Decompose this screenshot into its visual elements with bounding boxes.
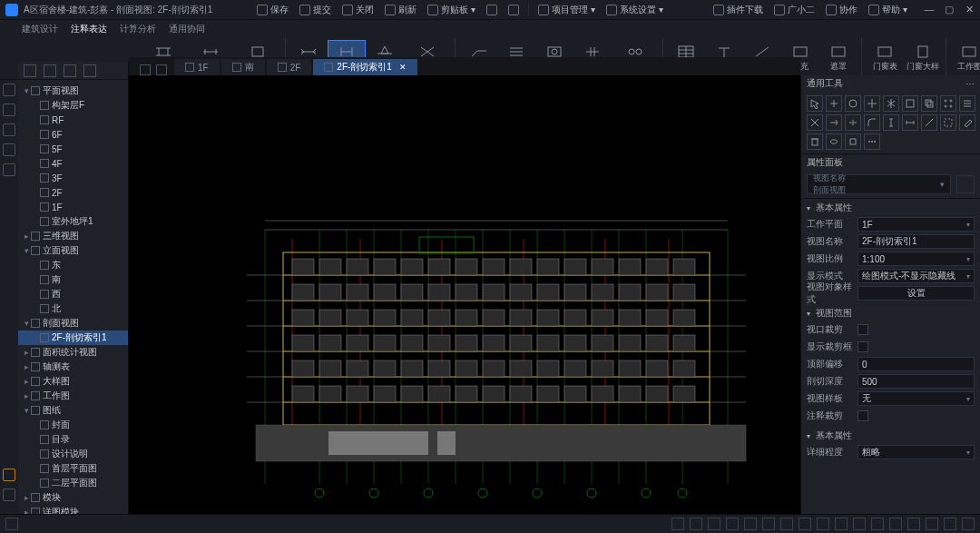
status-grid[interactable] (690, 518, 702, 530)
tree-node[interactable]: 设计说明 (18, 447, 128, 461)
maximize-button[interactable]: ▢ (944, 4, 955, 15)
sec-basic2[interactable]: ▾基本属性 (807, 429, 975, 443)
clipboard-button[interactable]: 剪贴板▾ (427, 4, 475, 16)
tree-node[interactable]: 首层平面图 (18, 461, 128, 476)
tree-node[interactable]: RF (18, 113, 128, 127)
tool-trim[interactable] (807, 114, 823, 131)
plugin-button[interactable]: 插件下载 (713, 4, 763, 16)
tool-move[interactable] (864, 95, 880, 112)
tool-pan[interactable] (826, 95, 842, 112)
submit-button[interactable]: 提交 (299, 4, 331, 16)
tree-node[interactable]: 6F (18, 127, 128, 142)
redo-button[interactable] (508, 5, 519, 15)
status-ortho[interactable] (708, 518, 720, 530)
doc-tab[interactable]: 2F-剖切索引1✕ (313, 59, 417, 75)
prop-dropdown[interactable]: 绘图模式-不显示隐藏线 (858, 269, 975, 283)
rbtn-door-table[interactable]: 门窗表 (866, 40, 904, 78)
status-snap[interactable] (671, 518, 684, 530)
tree-node[interactable]: 2F (18, 185, 128, 200)
prop-dropdown[interactable]: 1:100 (858, 252, 975, 266)
tool-array[interactable] (940, 95, 956, 112)
save-button[interactable]: 保存 (257, 4, 289, 16)
tree-filter-3[interactable] (64, 64, 76, 77)
prop-dropdown[interactable]: 无 (858, 391, 975, 406)
tree-filter-4[interactable] (83, 64, 96, 77)
status-msg[interactable] (5, 518, 18, 530)
tree-node[interactable]: ▾剖面视图 (18, 316, 128, 331)
rail-btn-2[interactable] (3, 104, 15, 116)
system-menu[interactable]: 系统设置▾ (606, 4, 663, 16)
tree-node[interactable]: ▸轴测表 (18, 360, 128, 374)
tree-filter-1[interactable] (24, 64, 36, 77)
tree-node[interactable]: ▾图纸 (18, 403, 128, 418)
tool-split[interactable] (845, 114, 861, 131)
tree-node[interactable]: 南 (18, 272, 128, 287)
sec-basic[interactable]: ▾基本属性 (807, 201, 975, 215)
tree-node[interactable]: 构架层F (18, 98, 128, 113)
status-more1[interactable] (817, 518, 829, 530)
doc-tab[interactable]: 1F (174, 59, 220, 75)
tree-node[interactable]: ▸详图模块 (18, 505, 128, 514)
tree-node[interactable]: 东 (18, 258, 128, 272)
status-more4[interactable] (871, 518, 884, 530)
status-osnap[interactable] (726, 518, 739, 530)
tree-node[interactable]: 西 (18, 287, 128, 301)
close-doc-button[interactable]: 关闭 (342, 4, 374, 16)
prop-input[interactable]: 500 (858, 374, 975, 389)
tab-nav-home[interactable] (156, 64, 167, 75)
tree-node[interactable]: 4F (18, 156, 128, 171)
collab-button[interactable]: 协作 (826, 4, 858, 16)
project-menu[interactable]: 项目管理▾ (538, 4, 595, 16)
doc-tab[interactable]: 2F (267, 59, 312, 75)
tree-node[interactable]: ▸模块 (18, 490, 128, 505)
tool-dim-h[interactable] (902, 114, 918, 131)
minimize-button[interactable]: — (924, 4, 935, 15)
tree-node[interactable]: 2F-剖切索引1 (18, 331, 128, 345)
tool-dim-v[interactable] (883, 114, 899, 131)
status-lwt[interactable] (780, 518, 793, 530)
tree-node[interactable]: 目录 (18, 432, 128, 447)
tool-hide[interactable] (826, 133, 842, 150)
tree-node[interactable]: 二层平面图 (18, 476, 128, 490)
tree-node[interactable]: 5F (18, 142, 128, 156)
status-dyn[interactable] (762, 518, 775, 530)
tree-node[interactable]: 北 (18, 301, 128, 316)
tool-mirror[interactable] (883, 95, 899, 112)
viewport[interactable] (129, 75, 800, 514)
tool-extend[interactable] (826, 114, 842, 131)
rbtn-door-detail[interactable]: 门窗大样 (904, 40, 942, 78)
menu-collab[interactable]: 通用协同 (169, 23, 205, 35)
status-more2[interactable] (835, 518, 848, 530)
prop-button[interactable]: 设置 (858, 286, 975, 301)
prop-type-select[interactable]: 视图名称 剖面视图▾ (807, 174, 951, 194)
menu-arch-design[interactable]: 建筑设计 (22, 23, 58, 35)
tool-fillet[interactable] (864, 114, 880, 131)
tool-align[interactable] (959, 95, 975, 112)
status-track[interactable] (744, 518, 757, 530)
status-more3[interactable] (853, 518, 866, 530)
status-zoom[interactable] (962, 518, 975, 530)
tool-copy[interactable] (921, 95, 937, 112)
doc-tab[interactable]: 南 (221, 59, 265, 75)
status-more7[interactable] (926, 518, 938, 530)
undo-button[interactable] (486, 5, 497, 15)
prop-filter-button[interactable] (956, 175, 975, 193)
rbtn-worksheet[interactable]: 工作图 (950, 40, 980, 78)
prop-checkbox[interactable] (858, 324, 868, 335)
tree-node[interactable]: ▸三维视图 (18, 229, 128, 243)
prop-checkbox[interactable] (858, 410, 868, 421)
tool-isolate[interactable] (845, 133, 861, 150)
rail-cloud[interactable] (3, 489, 15, 501)
prop-dropdown[interactable]: 粗略 (858, 445, 975, 459)
help-button[interactable]: 帮助▾ (868, 4, 907, 16)
tree-node[interactable]: ▾平面视图 (18, 84, 128, 98)
tree-node[interactable]: 室外地坪1 (18, 214, 128, 229)
tool-offset[interactable] (902, 95, 918, 112)
status-more8[interactable] (944, 518, 956, 530)
rail-btn-4[interactable] (3, 143, 15, 156)
prop-input[interactable]: 0 (858, 357, 975, 371)
tree-filter-2[interactable] (44, 64, 56, 77)
sec-range[interactable]: ▾视图范围 (807, 306, 975, 321)
tree-node[interactable]: 封面 (18, 418, 128, 432)
status-more5[interactable] (889, 518, 902, 530)
